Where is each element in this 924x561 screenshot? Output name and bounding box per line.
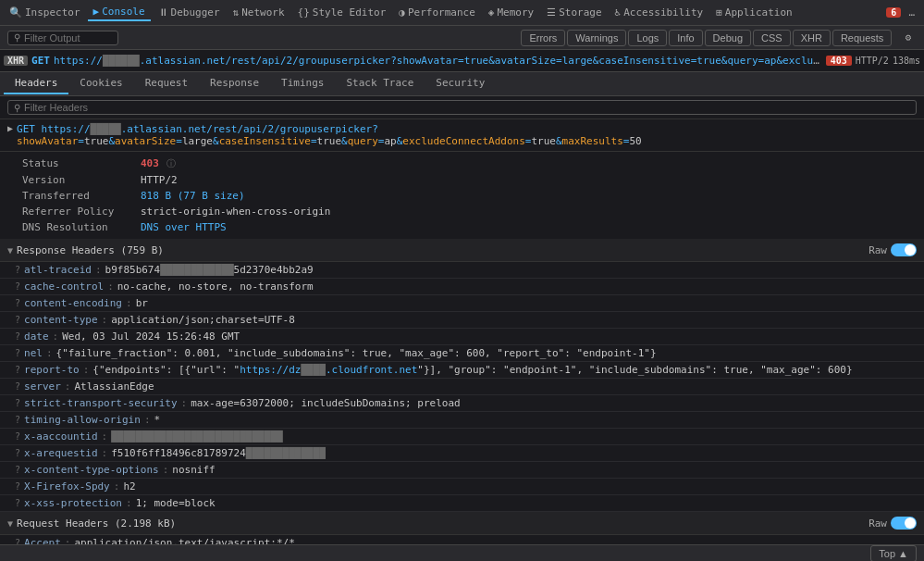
response-headers-title: Response Headers (759 B) <box>17 244 164 256</box>
request-http-version: HTTP/2 <box>856 56 889 66</box>
header-help-icon[interactable]: ? <box>15 465 20 475</box>
debugger-label: Debugger <box>171 6 220 19</box>
request-url: https://██████.atlassian.net/rest/api/2/… <box>54 55 822 67</box>
toolbar-storage[interactable]: ☰ Storage <box>541 5 607 20</box>
dns-value: DNS over HTTPS <box>141 221 227 233</box>
toolbar-console[interactable]: ▶ Console <box>88 4 151 21</box>
header-row-date: ? date : Wed, 03 Jul 2024 15:26:48 GMT <box>0 329 924 345</box>
header-help-icon[interactable]: ? <box>15 331 20 342</box>
toggle-knob <box>905 244 916 256</box>
filter-css-button[interactable]: CSS <box>753 30 791 46</box>
raw-toggle-request[interactable]: Raw <box>869 517 917 530</box>
header-value-xarequestid: f510f6ff18496c81789724█████████████ <box>111 447 326 459</box>
settings-button[interactable]: ⚙ <box>899 30 917 45</box>
header-value-xcto: nosniff <box>172 464 215 476</box>
top-button[interactable]: Top ▲ <box>870 545 917 562</box>
request-headers-section-header[interactable]: ▼ Request Headers (2.198 kB) Raw <box>0 512 924 535</box>
toolbar-application[interactable]: ⊞ Application <box>710 5 797 20</box>
filter-headers-wrap: ⚲ <box>7 100 917 115</box>
header-name-xcto: x-content-type-options <box>24 464 159 476</box>
filter-icon: ⚲ <box>14 32 20 43</box>
toolbar-debugger[interactable]: ⏸ Debugger <box>153 5 226 20</box>
header-name-xfspdy: X-Firefox-Spdy <box>24 480 110 492</box>
network-icon: ⇅ <box>233 6 240 19</box>
toolbar-style-editor[interactable]: {} Style Editor <box>292 5 392 20</box>
response-headers-section-header[interactable]: ▼ Response Headers (759 B) Raw <box>0 239 924 262</box>
filter-warnings-button[interactable]: Warnings <box>567 30 626 46</box>
filter-debug-button[interactable]: Debug <box>705 30 751 46</box>
header-row-xcto: ? x-content-type-options : nosniff <box>0 462 924 479</box>
raw-switch-request[interactable] <box>891 517 917 530</box>
header-name-xxss: x-xss-protection <box>24 497 122 509</box>
header-help-icon[interactable]: ? <box>15 348 20 358</box>
collapse-arrow-icon: ▶ <box>7 123 13 133</box>
raw-label-request: Raw <box>869 517 887 530</box>
header-value-content-type: application/json;charset=UTF-8 <box>111 314 295 326</box>
toolbar-accessibility[interactable]: ♿ Accessibility <box>610 5 709 20</box>
bottom-bar: Top ▲ <box>0 544 924 561</box>
filter-errors-button[interactable]: Errors <box>521 30 565 46</box>
application-label: Application <box>725 6 793 19</box>
header-help-icon[interactable]: ? <box>15 415 20 425</box>
header-value-nel: {"failure_fraction": 0.001, "include_sub… <box>56 347 657 359</box>
filter-requests-button[interactable]: Requests <box>832 30 892 46</box>
header-help-icon[interactable]: ? <box>15 481 20 492</box>
header-help-icon[interactable]: ? <box>15 365 20 375</box>
raw-switch[interactable] <box>891 243 917 256</box>
tab-timings[interactable]: Timings <box>270 73 335 94</box>
referrer-value: strict-origin-when-cross-origin <box>141 206 330 218</box>
status-help-icon[interactable]: ⓘ <box>166 157 176 170</box>
tab-headers[interactable]: Headers <box>4 73 68 94</box>
tab-cookies[interactable]: Cookies <box>68 73 133 94</box>
tab-stack-trace[interactable]: Stack Trace <box>335 73 425 94</box>
memory-icon: ◈ <box>488 6 495 19</box>
header-help-icon[interactable]: ? <box>15 381 20 392</box>
request-url-link[interactable]: https://██████.atlassian.net/rest/api/2/… <box>54 55 822 67</box>
header-help-icon[interactable]: ? <box>15 398 20 408</box>
network-label: Network <box>241 6 284 19</box>
filter-headers-icon: ⚲ <box>14 103 20 113</box>
filter-headers-input[interactable] <box>24 102 910 113</box>
filter-info-button[interactable]: Info <box>669 30 702 46</box>
performance-icon: ◑ <box>399 6 405 19</box>
header-row-tao: ? timing-allow-origin : * <box>0 412 924 429</box>
filter-xhr-button[interactable]: XHR <box>793 30 831 46</box>
tab-response[interactable]: Response <box>199 73 270 94</box>
style-editor-icon: {} <box>298 6 310 19</box>
filter-output-input[interactable] <box>24 32 107 44</box>
more-button[interactable]: … <box>903 5 920 20</box>
dns-row: DNS Resolution DNS over HTTPS <box>0 219 924 235</box>
toolbar-performance[interactable]: ◑ Performance <box>393 5 480 20</box>
filter-buttons: Errors Warnings Logs Info Debug CSS XHR … <box>521 30 892 46</box>
header-help-icon[interactable]: ? <box>15 298 20 308</box>
header-help-icon[interactable]: ? <box>15 431 20 442</box>
general-info: Status 403 ⓘ Version HTTP/2 Transferred … <box>0 152 924 239</box>
status-row: Status 403 ⓘ <box>0 156 924 172</box>
request-time: 138ms <box>893 56 920 66</box>
accessibility-label: Accessibility <box>623 6 703 19</box>
toolbar-memory[interactable]: ◈ Memory <box>483 5 539 20</box>
filter-logs-button[interactable]: Logs <box>628 30 667 46</box>
toolbar-network[interactable]: ⇅ Network <box>228 5 290 20</box>
main-content: ⚲ ▶ GET https://█████.atlassian.net/rest… <box>0 96 924 561</box>
header-name-cache-control: cache-control <box>24 280 104 293</box>
header-row-xaaccountid: ? x-aaccountid : ███████████████████████… <box>0 429 924 445</box>
header-name-date: date <box>24 330 49 343</box>
header-name-content-type: content-type <box>24 314 97 326</box>
header-help-icon[interactable]: ? <box>15 448 20 458</box>
toolbar: 🔍 Inspector ▶ Console ⏸ Debugger ⇅ Netwo… <box>0 0 924 26</box>
raw-toggle-response[interactable]: Raw <box>869 243 917 256</box>
header-row-atl-traceid: ? atl-traceid : b9f85b674████████████5d2… <box>0 262 924 279</box>
header-row-xxss: ? x-xss-protection : 1; mode=block <box>0 495 924 512</box>
header-help-icon[interactable]: ? <box>15 281 20 292</box>
tab-request[interactable]: Request <box>134 73 199 94</box>
header-help-icon[interactable]: ? <box>15 265 20 275</box>
header-help-icon[interactable]: ? <box>15 498 20 508</box>
header-name-atl-traceid: atl-traceid <box>24 264 92 276</box>
response-chevron-icon: ▼ <box>7 245 13 256</box>
toolbar-inspector[interactable]: 🔍 Inspector <box>4 5 86 20</box>
header-row-server: ? server : AtlassianEdge <box>0 379 924 395</box>
header-help-icon[interactable]: ? <box>15 315 20 325</box>
tab-security[interactable]: Security <box>425 73 496 94</box>
header-value-cache-control: no-cache, no-store, no-transform <box>117 280 314 293</box>
